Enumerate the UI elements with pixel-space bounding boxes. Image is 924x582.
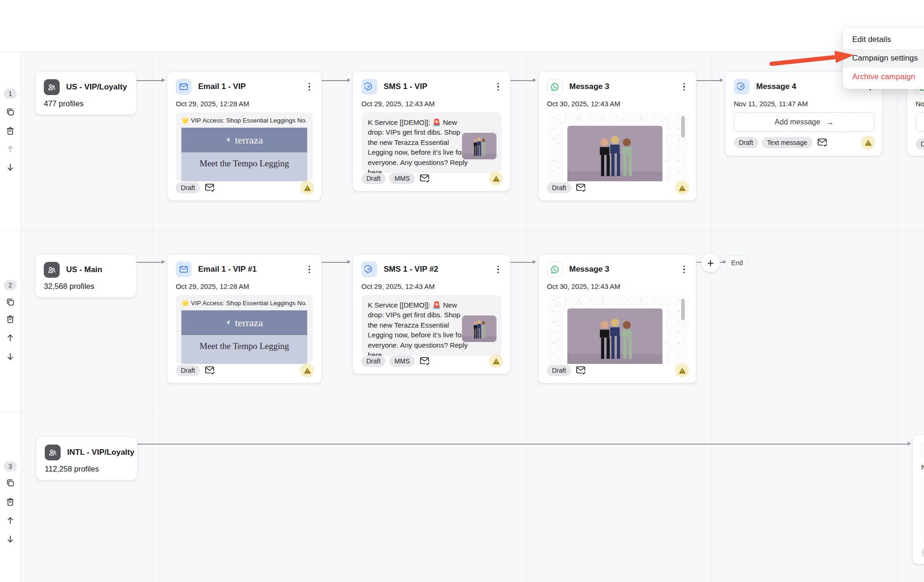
connector [138,444,908,445]
clipped-message-card[interactable]: No D [912,435,924,564]
product-photo [567,126,662,181]
duplicate-row-button[interactable] [6,297,15,307]
menu-item-edit-details[interactable]: Edit details [843,30,924,49]
card-title: Message 4 [756,82,796,91]
brand-logo-text: terraza [235,317,263,329]
card-kebab-menu[interactable] [680,263,689,276]
whatsapp-preview [547,295,688,364]
card-kebab-menu[interactable] [494,263,503,276]
warning-icon [675,363,689,377]
connector-arrowhead [533,78,536,82]
brand-banner: terraza [181,310,307,335]
audience-profiles-count: 112,258 profiles [45,465,129,473]
leaf-icon [226,320,232,326]
delete-row-button[interactable] [6,497,15,507]
envelope-icon [176,261,192,277]
connector-arrowhead [162,260,165,264]
card-kebab-menu[interactable] [494,80,503,94]
status-badge: Draft [547,182,571,193]
product-photo [567,308,662,364]
audience-card[interactable]: US - Main 32,568 profiles [35,254,137,298]
card-kebab-menu[interactable] [680,80,689,94]
audience-card[interactable]: INTL - VIP/Loyalty 112,258 profiles [36,437,138,480]
card-title: Email 1 - VIP [198,82,246,91]
card-title: SMS 1 - VIP #2 [384,265,438,274]
sms-preview: K Service [[DEMO]]: 🚨 New drop: VIPs get… [361,295,502,356]
audience-name: US - Main [66,265,102,274]
delete-row-button[interactable] [6,126,15,136]
move-row-down-button[interactable] [6,534,15,544]
warning-icon [300,363,314,377]
email-message-card[interactable]: Email 1 - VIP #1 Oct 29, 2025, 12:28 AM … [167,254,322,383]
email-message-card[interactable]: Email 1 - VIP Oct 29, 2025, 12:28 AM 🌟 V… [167,71,322,201]
channel-badge: MMS [389,173,415,184]
row-divider [0,231,924,231]
card-kebab-menu[interactable] [305,80,314,94]
campaign-flow-canvas: Terazza - New Product Launch Show perfor… [0,0,924,582]
row-divider [0,412,924,413]
status-badge: D [921,547,924,558]
row-number-badge: 1 [4,89,17,99]
whatsapp-message-card[interactable]: Message 3 Oct 30, 2025, 12:43 AM Draft [538,71,696,201]
mms-thumbnail [462,315,496,342]
row-number-badge: 2 [4,280,17,290]
audience-card[interactable]: US - VIP/Loyalty 477 profiles [35,71,137,115]
menu-item-archive-campaign[interactable]: Archive campaign [843,68,924,86]
send-datetime: No [916,100,924,108]
connector [510,262,533,263]
preview-scrollbar[interactable] [681,116,685,137]
envelope-icon [176,79,192,95]
envelope-check-icon [420,356,431,366]
connector [322,262,347,263]
delete-row-button[interactable] [6,315,15,324]
row-number-badge: 3 [4,461,17,472]
send-datetime: Nov 11, 2025, 11:47 AM [734,100,874,108]
move-row-up-button[interactable] [6,144,15,154]
warning-icon [300,181,314,195]
duplicate-row-button[interactable] [6,107,15,116]
whatsapp-icon [921,442,924,458]
send-datetime: Oct 30, 2025, 12:43 AM [547,282,688,290]
people-icon [44,262,60,278]
duplicate-row-button[interactable] [6,478,15,487]
card-kebab-menu[interactable] [305,263,314,276]
audience-profiles-count: 477 profiles [44,99,128,108]
warning-icon [675,181,689,195]
sms-message-card[interactable]: SMS 1 - VIP #2 Oct 29, 2025, 12:43 AM K … [352,254,510,374]
sms-message-card[interactable]: SMS 1 - VIP Oct 29, 2025, 12:43 AM K Ser… [352,71,510,192]
status-badge: Draft [734,137,758,148]
card-title: Message 3 [569,265,609,274]
status-badge: D [916,138,924,150]
preview-scrollbar[interactable] [681,299,685,320]
grid-line [897,28,898,582]
card-title: Email 1 - VIP #1 [198,265,256,274]
send-datetime: Oct 29, 2025, 12:28 AM [176,100,313,108]
grid-line [711,28,712,582]
leaf-icon [226,137,232,143]
connector-arrowhead [720,78,723,82]
add-message-button[interactable] [916,112,924,132]
menu-item-campaign-settings[interactable]: Campaign settings [843,49,924,68]
move-row-up-button[interactable] [6,333,15,342]
sms-preview: K Service [[DEMO]]: 🚨 New drop: VIPs get… [361,112,502,173]
send-datetime: Oct 30, 2025, 12:43 AM [547,100,688,108]
status-badge: Draft [361,356,386,367]
move-row-down-button[interactable] [6,163,15,172]
connector [510,80,533,81]
connector-arrowhead [533,260,536,264]
add-message-button[interactable]: Add message→ [734,112,875,132]
email-preview: 🌟 VIP Access: Shop Essential Leggings No… [176,112,313,181]
whatsapp-message-card[interactable]: Message 3 Oct 30, 2025, 12:43 AM Draft [538,254,696,383]
email-preview: 🌟 VIP Access: Shop Essential Leggings No… [176,295,313,364]
chat-bubble-icon [361,261,377,277]
flow-end-node: End [726,255,748,270]
move-row-up-button[interactable] [6,516,15,525]
connector-arrowhead [347,78,351,82]
email-subject: 🌟 VIP Access: Shop Essential Leggings No… [181,116,307,124]
add-step-button[interactable]: + [701,253,720,272]
whatsapp-icon [547,79,563,95]
move-row-down-button[interactable] [6,352,15,361]
envelope-check-icon [576,365,587,376]
more-actions-menu: Edit details Campaign settings Archive c… [843,27,924,89]
channel-badge: Text message [762,137,812,148]
